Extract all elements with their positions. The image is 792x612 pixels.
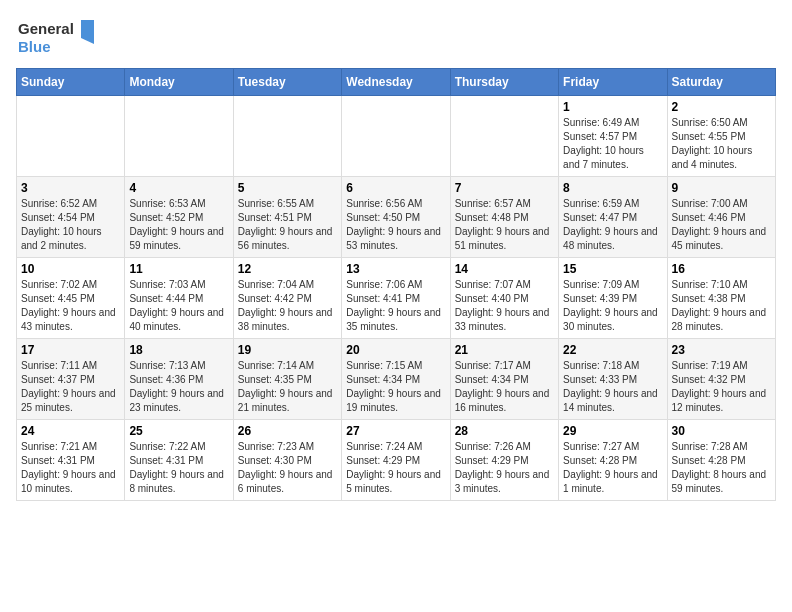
day-info: Sunrise: 7:18 AM Sunset: 4:33 PM Dayligh…	[563, 359, 662, 415]
day-info: Sunrise: 7:02 AM Sunset: 4:45 PM Dayligh…	[21, 278, 120, 334]
calendar-cell: 16Sunrise: 7:10 AM Sunset: 4:38 PM Dayli…	[667, 258, 775, 339]
calendar-cell: 19Sunrise: 7:14 AM Sunset: 4:35 PM Dayli…	[233, 339, 341, 420]
day-info: Sunrise: 7:19 AM Sunset: 4:32 PM Dayligh…	[672, 359, 771, 415]
logo: GeneralBlue	[16, 16, 96, 56]
day-number: 14	[455, 262, 554, 276]
calendar-header-row: SundayMondayTuesdayWednesdayThursdayFrid…	[17, 69, 776, 96]
day-number: 2	[672, 100, 771, 114]
day-info: Sunrise: 6:55 AM Sunset: 4:51 PM Dayligh…	[238, 197, 337, 253]
day-number: 5	[238, 181, 337, 195]
calendar-cell: 5Sunrise: 6:55 AM Sunset: 4:51 PM Daylig…	[233, 177, 341, 258]
header: GeneralBlue	[16, 16, 776, 56]
day-number: 1	[563, 100, 662, 114]
day-number: 9	[672, 181, 771, 195]
day-info: Sunrise: 7:11 AM Sunset: 4:37 PM Dayligh…	[21, 359, 120, 415]
calendar-cell: 12Sunrise: 7:04 AM Sunset: 4:42 PM Dayli…	[233, 258, 341, 339]
day-info: Sunrise: 6:52 AM Sunset: 4:54 PM Dayligh…	[21, 197, 120, 253]
day-number: 15	[563, 262, 662, 276]
day-info: Sunrise: 7:09 AM Sunset: 4:39 PM Dayligh…	[563, 278, 662, 334]
day-info: Sunrise: 7:04 AM Sunset: 4:42 PM Dayligh…	[238, 278, 337, 334]
svg-text:Blue: Blue	[18, 38, 51, 55]
header-saturday: Saturday	[667, 69, 775, 96]
day-number: 25	[129, 424, 228, 438]
calendar-cell: 2Sunrise: 6:50 AM Sunset: 4:55 PM Daylig…	[667, 96, 775, 177]
day-info: Sunrise: 7:13 AM Sunset: 4:36 PM Dayligh…	[129, 359, 228, 415]
day-info: Sunrise: 7:06 AM Sunset: 4:41 PM Dayligh…	[346, 278, 445, 334]
calendar-cell: 8Sunrise: 6:59 AM Sunset: 4:47 PM Daylig…	[559, 177, 667, 258]
calendar-cell	[17, 96, 125, 177]
day-info: Sunrise: 7:28 AM Sunset: 4:28 PM Dayligh…	[672, 440, 771, 496]
calendar-cell: 1Sunrise: 6:49 AM Sunset: 4:57 PM Daylig…	[559, 96, 667, 177]
week-row-4: 24Sunrise: 7:21 AM Sunset: 4:31 PM Dayli…	[17, 420, 776, 501]
calendar-cell: 6Sunrise: 6:56 AM Sunset: 4:50 PM Daylig…	[342, 177, 450, 258]
calendar-cell: 7Sunrise: 6:57 AM Sunset: 4:48 PM Daylig…	[450, 177, 558, 258]
day-number: 20	[346, 343, 445, 357]
day-number: 22	[563, 343, 662, 357]
calendar-cell: 29Sunrise: 7:27 AM Sunset: 4:28 PM Dayli…	[559, 420, 667, 501]
header-sunday: Sunday	[17, 69, 125, 96]
week-row-3: 17Sunrise: 7:11 AM Sunset: 4:37 PM Dayli…	[17, 339, 776, 420]
day-number: 11	[129, 262, 228, 276]
day-number: 21	[455, 343, 554, 357]
week-row-0: 1Sunrise: 6:49 AM Sunset: 4:57 PM Daylig…	[17, 96, 776, 177]
calendar-cell: 22Sunrise: 7:18 AM Sunset: 4:33 PM Dayli…	[559, 339, 667, 420]
day-info: Sunrise: 7:23 AM Sunset: 4:30 PM Dayligh…	[238, 440, 337, 496]
day-info: Sunrise: 7:21 AM Sunset: 4:31 PM Dayligh…	[21, 440, 120, 496]
calendar-cell: 9Sunrise: 7:00 AM Sunset: 4:46 PM Daylig…	[667, 177, 775, 258]
day-number: 27	[346, 424, 445, 438]
day-number: 26	[238, 424, 337, 438]
day-info: Sunrise: 6:50 AM Sunset: 4:55 PM Dayligh…	[672, 116, 771, 172]
calendar-cell: 10Sunrise: 7:02 AM Sunset: 4:45 PM Dayli…	[17, 258, 125, 339]
header-wednesday: Wednesday	[342, 69, 450, 96]
header-thursday: Thursday	[450, 69, 558, 96]
header-monday: Monday	[125, 69, 233, 96]
day-info: Sunrise: 6:57 AM Sunset: 4:48 PM Dayligh…	[455, 197, 554, 253]
calendar-cell: 26Sunrise: 7:23 AM Sunset: 4:30 PM Dayli…	[233, 420, 341, 501]
calendar-cell: 15Sunrise: 7:09 AM Sunset: 4:39 PM Dayli…	[559, 258, 667, 339]
day-number: 4	[129, 181, 228, 195]
day-info: Sunrise: 7:27 AM Sunset: 4:28 PM Dayligh…	[563, 440, 662, 496]
day-number: 28	[455, 424, 554, 438]
calendar-cell: 13Sunrise: 7:06 AM Sunset: 4:41 PM Dayli…	[342, 258, 450, 339]
calendar-cell: 21Sunrise: 7:17 AM Sunset: 4:34 PM Dayli…	[450, 339, 558, 420]
day-info: Sunrise: 7:26 AM Sunset: 4:29 PM Dayligh…	[455, 440, 554, 496]
calendar-cell	[125, 96, 233, 177]
calendar-cell: 18Sunrise: 7:13 AM Sunset: 4:36 PM Dayli…	[125, 339, 233, 420]
calendar-cell	[450, 96, 558, 177]
day-info: Sunrise: 7:00 AM Sunset: 4:46 PM Dayligh…	[672, 197, 771, 253]
week-row-2: 10Sunrise: 7:02 AM Sunset: 4:45 PM Dayli…	[17, 258, 776, 339]
day-number: 8	[563, 181, 662, 195]
calendar-cell: 3Sunrise: 6:52 AM Sunset: 4:54 PM Daylig…	[17, 177, 125, 258]
day-info: Sunrise: 7:03 AM Sunset: 4:44 PM Dayligh…	[129, 278, 228, 334]
calendar-cell: 24Sunrise: 7:21 AM Sunset: 4:31 PM Dayli…	[17, 420, 125, 501]
calendar-cell: 17Sunrise: 7:11 AM Sunset: 4:37 PM Dayli…	[17, 339, 125, 420]
day-info: Sunrise: 7:24 AM Sunset: 4:29 PM Dayligh…	[346, 440, 445, 496]
calendar-cell: 4Sunrise: 6:53 AM Sunset: 4:52 PM Daylig…	[125, 177, 233, 258]
day-info: Sunrise: 7:15 AM Sunset: 4:34 PM Dayligh…	[346, 359, 445, 415]
day-info: Sunrise: 6:59 AM Sunset: 4:47 PM Dayligh…	[563, 197, 662, 253]
calendar-cell	[342, 96, 450, 177]
calendar-cell: 11Sunrise: 7:03 AM Sunset: 4:44 PM Dayli…	[125, 258, 233, 339]
header-friday: Friday	[559, 69, 667, 96]
day-number: 3	[21, 181, 120, 195]
day-number: 18	[129, 343, 228, 357]
svg-text:General: General	[18, 20, 74, 37]
day-info: Sunrise: 7:10 AM Sunset: 4:38 PM Dayligh…	[672, 278, 771, 334]
calendar-cell: 20Sunrise: 7:15 AM Sunset: 4:34 PM Dayli…	[342, 339, 450, 420]
day-number: 24	[21, 424, 120, 438]
calendar-cell: 23Sunrise: 7:19 AM Sunset: 4:32 PM Dayli…	[667, 339, 775, 420]
calendar-cell: 30Sunrise: 7:28 AM Sunset: 4:28 PM Dayli…	[667, 420, 775, 501]
day-number: 6	[346, 181, 445, 195]
day-number: 13	[346, 262, 445, 276]
calendar-cell: 27Sunrise: 7:24 AM Sunset: 4:29 PM Dayli…	[342, 420, 450, 501]
day-info: Sunrise: 6:56 AM Sunset: 4:50 PM Dayligh…	[346, 197, 445, 253]
header-tuesday: Tuesday	[233, 69, 341, 96]
day-info: Sunrise: 7:07 AM Sunset: 4:40 PM Dayligh…	[455, 278, 554, 334]
calendar-cell	[233, 96, 341, 177]
day-number: 17	[21, 343, 120, 357]
day-info: Sunrise: 7:17 AM Sunset: 4:34 PM Dayligh…	[455, 359, 554, 415]
calendar-cell: 25Sunrise: 7:22 AM Sunset: 4:31 PM Dayli…	[125, 420, 233, 501]
calendar-cell: 28Sunrise: 7:26 AM Sunset: 4:29 PM Dayli…	[450, 420, 558, 501]
day-number: 10	[21, 262, 120, 276]
day-info: Sunrise: 6:49 AM Sunset: 4:57 PM Dayligh…	[563, 116, 662, 172]
